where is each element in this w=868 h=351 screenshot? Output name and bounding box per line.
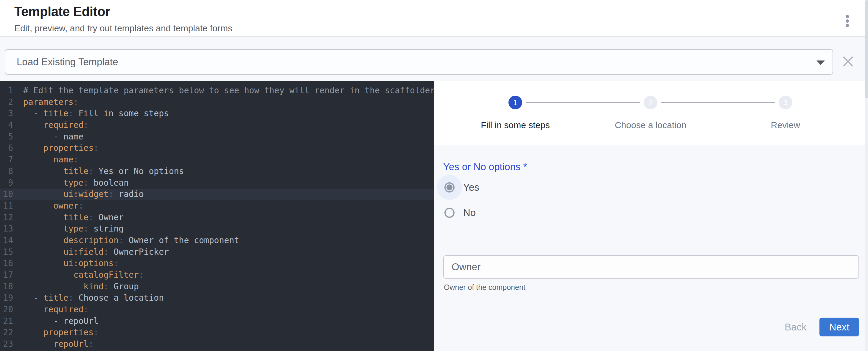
page-title: Template Editor: [14, 4, 110, 19]
line-number: 22: [0, 327, 13, 339]
code-line[interactable]: 11 owner:: [0, 200, 434, 212]
next-button[interactable]: Next: [819, 318, 859, 337]
chevron-down-icon[interactable]: [816, 60, 825, 65]
code-line[interactable]: 3 - title: Fill in some steps: [0, 108, 434, 119]
code-line[interactable]: 4 required:: [0, 119, 434, 131]
line-number: 5: [0, 131, 13, 143]
code-text: ui:widget: radio: [13, 188, 144, 200]
required-marker: *: [523, 161, 527, 172]
code-line[interactable]: 8 title: Yes or No options: [0, 166, 434, 177]
code-text: type: boolean: [13, 177, 129, 189]
line-number: 21: [0, 316, 13, 327]
owner-field[interactable]: [443, 255, 859, 279]
radio-label: No: [463, 207, 476, 218]
code-line[interactable]: 20 required:: [0, 304, 434, 316]
code-line[interactable]: 17 catalogFilter:: [0, 269, 434, 281]
line-number: 3: [0, 108, 13, 119]
radio-option-yes[interactable]: Yes: [437, 175, 479, 200]
page-subtitle: Edit, preview, and try out templates and…: [14, 23, 232, 33]
code-text: # Edit the template parameters below to …: [13, 85, 434, 96]
page-header: Template Editor Edit, preview, and try o…: [0, 0, 868, 37]
code-text: required:: [13, 119, 89, 131]
code-text: - name: [13, 131, 84, 143]
code-line[interactable]: 1# Edit the template parameters below to…: [0, 85, 434, 96]
code-lines: 1# Edit the template parameters below to…: [0, 85, 434, 350]
step-circle-2: 2: [644, 96, 657, 109]
line-number: 23: [0, 339, 13, 350]
preview-panel: 1Fill in some steps2Choose a location3Re…: [434, 81, 865, 351]
code-line[interactable]: 19 - title: Choose a location: [0, 292, 434, 304]
code-line[interactable]: 14 description: Owner of the component: [0, 235, 434, 246]
kebab-menu-icon: [846, 15, 849, 18]
code-text: required:: [13, 304, 89, 316]
code-text: owner:: [13, 200, 84, 212]
radio-unselected-icon[interactable]: [437, 200, 462, 225]
stepper: 1Fill in some steps2Choose a location3Re…: [434, 81, 865, 145]
code-line[interactable]: 9 type: boolean: [0, 177, 434, 189]
code-text: properties:: [13, 327, 99, 339]
line-number: 7: [0, 154, 13, 166]
line-number: 16: [0, 258, 13, 269]
code-text: - title: Choose a location: [13, 292, 164, 304]
line-number: 6: [0, 142, 13, 154]
code-line[interactable]: 2parameters:: [0, 96, 434, 108]
radio-option-no[interactable]: No: [437, 200, 476, 225]
line-number: 1: [0, 85, 13, 96]
form-preview: Yes or No options * YesNo Owner of the c…: [434, 145, 865, 351]
code-line[interactable]: 6 properties:: [0, 142, 434, 154]
line-number: 10: [0, 188, 13, 200]
close-icon: [842, 55, 854, 67]
step-connector: [526, 102, 640, 103]
code-line[interactable]: 22 properties:: [0, 327, 434, 339]
step-label: Choose a location: [591, 120, 710, 130]
load-template-combobox[interactable]: [5, 49, 833, 75]
code-line[interactable]: 13 type: string: [0, 223, 434, 235]
line-number: 2: [0, 96, 13, 108]
code-text: - repoUrl: [13, 316, 99, 327]
code-line[interactable]: 7 name:: [0, 154, 434, 166]
scrollbar-thumb[interactable]: [865, 0, 868, 98]
main-split: 1# Edit the template parameters below to…: [0, 81, 868, 351]
code-line[interactable]: 5 - name: [0, 131, 434, 143]
line-number: 11: [0, 200, 13, 212]
page-scrollbar[interactable]: [865, 0, 868, 351]
line-number: 17: [0, 269, 13, 281]
code-text: ui:field: OwnerPicker: [13, 246, 169, 258]
step-circle-3: 3: [779, 96, 792, 109]
code-line[interactable]: 23 repoUrl:: [0, 339, 434, 350]
code-line[interactable]: 10 ui:widget: radio: [0, 188, 434, 200]
code-text: parameters:: [13, 96, 78, 108]
line-number: 8: [0, 166, 13, 177]
code-text: - title: Fill in some steps: [13, 108, 169, 119]
close-editor-button[interactable]: [842, 55, 854, 67]
line-number: 4: [0, 119, 13, 131]
step-connector: [661, 102, 775, 103]
code-text: description: Owner of the component: [13, 235, 239, 246]
radio-selected-icon[interactable]: [437, 175, 462, 200]
code-text: title: Yes or No options: [13, 166, 184, 177]
code-text: kind: Group: [13, 281, 139, 293]
template-toolbar: [0, 37, 868, 81]
code-text: type: string: [13, 223, 124, 235]
more-options-button[interactable]: [839, 10, 855, 32]
load-template-input[interactable]: [17, 50, 803, 74]
step-label: Fill in some steps: [456, 120, 575, 130]
code-line[interactable]: 16 ui:options:: [0, 258, 434, 269]
code-text: name:: [13, 154, 78, 166]
back-button[interactable]: Back: [776, 318, 815, 337]
code-line[interactable]: 15 ui:field: OwnerPicker: [0, 246, 434, 258]
code-line[interactable]: 21 - repoUrl: [0, 316, 434, 327]
line-number: 12: [0, 212, 13, 224]
code-text: ui:options:: [13, 258, 119, 269]
radio-group-label: Yes or No options *: [443, 161, 527, 173]
code-text: catalogFilter:: [13, 269, 144, 281]
code-editor[interactable]: 1# Edit the template parameters below to…: [0, 81, 434, 351]
code-line[interactable]: 18 kind: Group: [0, 281, 434, 293]
code-text: properties:: [13, 142, 99, 154]
line-number: 9: [0, 177, 13, 189]
line-number: 15: [0, 246, 13, 258]
code-line[interactable]: 12 title: Owner: [0, 212, 434, 224]
line-number: 19: [0, 292, 13, 304]
line-number: 14: [0, 235, 13, 246]
step-label: Review: [726, 120, 845, 130]
